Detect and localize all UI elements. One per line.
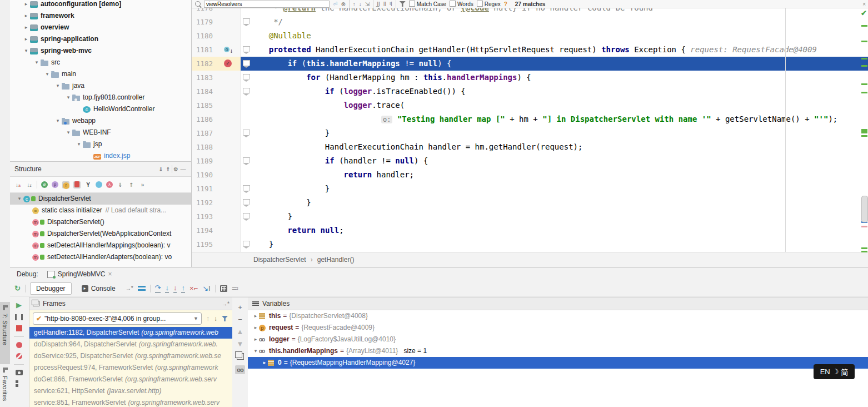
fold-marker-icon[interactable] [243, 74, 250, 80]
chevron-down-icon[interactable]: ▾ [252, 345, 259, 357]
project-item-webapp[interactable]: ▾webapp [10, 115, 191, 127]
code-line-1195[interactable]: 1195 } [192, 237, 868, 251]
code-line-1192[interactable]: 1192 } [192, 196, 868, 210]
show-lambdas-icon[interactable]: λ [106, 181, 113, 188]
editor-scrollbar[interactable] [861, 196, 868, 222]
prev-frame-icon[interactable]: ↑ [206, 315, 209, 322]
tab-console[interactable]: ▸Console [76, 283, 121, 294]
search-match-mark[interactable] [861, 41, 867, 42]
close-session-icon[interactable]: × [108, 270, 112, 278]
force-step-into-icon[interactable]: ↓ [173, 284, 177, 293]
gear-icon[interactable]: ⚙ [172, 166, 179, 173]
duplicate-watch-icon[interactable] [237, 353, 244, 360]
step-over-icon[interactable]: ↷ [155, 284, 161, 293]
line-number[interactable]: 1183 [196, 71, 221, 85]
find-selection-icon[interactable]: II [383, 1, 387, 7]
move-watch-up-icon[interactable]: ▲ [237, 329, 244, 335]
project-item-jsp[interactable]: ▾jsp [10, 138, 191, 150]
collapse-all-2-icon[interactable]: ⇑ [128, 181, 135, 188]
variable-row-logger[interactable]: ▸oologger={LogFactory$JavaUtilLog@4010} [248, 334, 868, 345]
fold-marker-icon[interactable] [243, 185, 250, 191]
code-area[interactable]: 1178 * @return the HandlerExecutionChain… [192, 8, 868, 252]
rerun-icon[interactable]: ↻ [14, 285, 21, 292]
project-item-index-jsp[interactable]: JSPindex.jsp [10, 150, 191, 161]
line-number[interactable]: 1187 [196, 126, 221, 140]
code-line-1180[interactable]: 1180 @Nullable [192, 29, 868, 43]
variable-row-this[interactable]: ▸this={DispatcherServlet@4008} [248, 310, 868, 322]
fold-marker-icon[interactable] [243, 213, 250, 219]
fold-marker-icon[interactable] [243, 130, 250, 135]
step-out-icon[interactable]: ↑ [181, 284, 185, 293]
more-icon[interactable]: » [139, 181, 146, 188]
frame-row-service-851[interactable]: service:851, FrameworkServlet(org.spring… [29, 397, 233, 407]
find-mask-icon[interactable]: ᴵI [390, 1, 392, 7]
frame-row-doservice-925[interactable]: doService:925, DispatcherServlet(org.spr… [29, 350, 233, 362]
chevron-down-icon[interactable]: ▾ [54, 80, 62, 92]
frame-row-dodispatch-964[interactable]: doDispatch:964, DispatcherServlet(org.sp… [29, 339, 233, 350]
hide-frames-filter-icon[interactable] [222, 316, 228, 321]
chevron-down-icon[interactable]: ▾ [75, 138, 83, 150]
variable-row-request[interactable]: ▸prequest={RequestFacade@4009} [248, 322, 868, 334]
breakpoint-mark[interactable] [861, 226, 867, 227]
chevron-right-icon[interactable]: ▸ [252, 322, 259, 334]
show-anonymous-icon[interactable] [96, 181, 102, 188]
search-match-mark[interactable] [861, 65, 867, 67]
chevron-right-icon[interactable]: ▸ [22, 0, 30, 10]
breakpoint-icon[interactable]: ✓ [224, 59, 232, 67]
search-input[interactable] [204, 1, 330, 8]
line-number[interactable]: 1191 [196, 182, 221, 196]
structure-item-static-class-initializer[interactable]: =static class initializer// Load default… [10, 205, 191, 216]
frame-row-doget-866[interactable]: doGet:866, FrameworkServlet(org.springfr… [29, 374, 233, 385]
chevron-down-icon[interactable]: ▾ [33, 57, 41, 68]
tab-debugger[interactable]: Debugger [30, 282, 72, 295]
chevron-right-icon[interactable]: ▸ [261, 357, 268, 369]
search-match-mark[interactable] [861, 251, 867, 252]
move-watch-down-icon[interactable]: ▼ [237, 341, 244, 348]
add-watch-icon[interactable]: + [238, 304, 242, 311]
line-number[interactable]: 1185 [196, 98, 221, 112]
breadcrumb-class[interactable]: DispatcherServlet [253, 256, 306, 264]
search-match-mark[interactable] [861, 247, 867, 249]
line-number[interactable]: 1178 [196, 8, 221, 15]
drop-frame-icon[interactable]: ×⌐ [189, 285, 198, 292]
collapse-all-icon[interactable]: ⇑ [164, 166, 172, 173]
project-item-spring-web-mvc[interactable]: ▾spring-web-mvc [10, 45, 191, 57]
show-execution-point-icon[interactable] [138, 286, 146, 291]
search-match-mark[interactable] [861, 58, 867, 59]
debug-session-tab[interactable]: SpringWebMVC × [44, 269, 116, 279]
remove-watch-icon[interactable]: − [238, 316, 242, 323]
ime-indicator[interactable]: EN ☽ 简 [814, 364, 855, 379]
match-case-checkbox[interactable] [409, 1, 415, 7]
line-number[interactable]: 1190 [196, 168, 221, 182]
regex-option[interactable]: Regex [477, 1, 501, 7]
code-line-1184[interactable]: 1184 if (logger.isTraceEnabled()) { [192, 85, 868, 98]
structure-item-dispatcherservlet-webapplicationcontext[interactable]: mDispatcherServlet(WebApplicationContext [10, 228, 191, 240]
structure-item-setdetectallhandleradapters-boolean-vo[interactable]: msetDetectAllHandlerAdapters(boolean): v… [10, 251, 191, 263]
code-line-1191[interactable]: 1191 } [192, 182, 868, 196]
mute-breakpoints-icon[interactable] [16, 353, 22, 359]
search-match-mark[interactable] [861, 92, 867, 93]
breadcrumb-method[interactable]: getHandler() [317, 256, 355, 264]
chevron-right-icon[interactable]: ▸ [22, 10, 30, 22]
show-inherited-icon[interactable]: ø [41, 181, 48, 188]
project-item-overview[interactable]: ▸overview [10, 22, 191, 33]
fold-marker-icon[interactable] [243, 46, 250, 52]
search-filter-icon[interactable] [400, 1, 406, 7]
step-into-icon[interactable]: ↓ [165, 284, 169, 293]
chevron-down-icon[interactable]: ▾ [16, 193, 23, 205]
select-all-occurrences-icon[interactable]: ⇲ [365, 1, 370, 7]
stop-icon[interactable] [16, 325, 22, 331]
regex-help-icon[interactable]: ? [504, 1, 507, 7]
inspections-ok-icon[interactable]: ✔ [861, 9, 867, 17]
frames-pin-icon[interactable]: →* [222, 301, 230, 307]
thread-selector[interactable]: ✔ "http-bio-8080-exec-3"@4,006 in group.… [33, 312, 202, 325]
line-number[interactable]: 1189 [196, 154, 221, 168]
fold-marker-icon[interactable] [243, 199, 250, 205]
close-find-icon[interactable]: × [862, 1, 866, 7]
chevron-down-icon[interactable]: ▾ [64, 127, 72, 138]
code-line-1183[interactable]: 1183 for (HandlerMapping hm : this.handl… [192, 71, 868, 85]
line-number[interactable]: 1181 [196, 43, 221, 57]
chevron-down-icon[interactable]: ▾ [43, 68, 51, 80]
editor[interactable]: ⏎ ⊗ ↑ ↓ ⇲ I̲I II ᴵI Match Case Words Reg… [191, 0, 868, 267]
show-fields-icon[interactable]: f [62, 181, 69, 188]
